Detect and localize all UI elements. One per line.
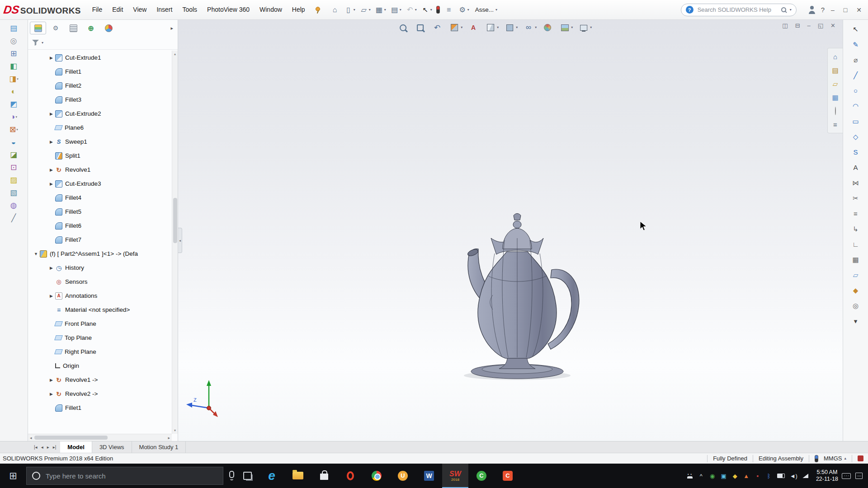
- heads-up-button[interactable]: ↶: [432, 23, 443, 33]
- taskbar-search-input[interactable]: [45, 472, 217, 480]
- tree-item[interactable]: Fillet6: [28, 219, 171, 233]
- chrome-icon[interactable]: [363, 464, 390, 488]
- update-icon[interactable]: ◆: [732, 473, 738, 479]
- expand-arrow-icon[interactable]: ▶: [48, 56, 55, 60]
- tree-item[interactable]: Fillet2: [28, 79, 171, 93]
- task-view-icon[interactable]: [239, 464, 257, 488]
- document-tab[interactable]: Motion Study 1: [132, 441, 186, 453]
- tree-item[interactable]: Fillet7: [28, 233, 171, 247]
- right-toolbar-button[interactable]: ▭: [850, 116, 862, 127]
- tree-item[interactable]: ▶ Cut-Extrude2: [28, 107, 171, 121]
- sync-icon[interactable]: ◉: [709, 473, 716, 479]
- pane-split-icon[interactable]: ⊟: [795, 23, 800, 28]
- toolbar-button[interactable]: ▱ ▾: [358, 5, 372, 15]
- solidworks-icon[interactable]: SW 2018: [442, 464, 468, 488]
- pin-icon[interactable]: [314, 6, 321, 14]
- vlc-icon[interactable]: ▲: [743, 473, 750, 479]
- right-toolbar-button[interactable]: ⌀: [850, 54, 862, 65]
- task-pane-tab[interactable]: ▤: [829, 64, 842, 76]
- microphone-icon[interactable]: [223, 464, 239, 488]
- menu-item[interactable]: File: [87, 0, 108, 19]
- network-icon[interactable]: [802, 474, 809, 478]
- start-button[interactable]: ⊞: [0, 464, 26, 488]
- toolbar-button[interactable]: ▦ ▾: [373, 5, 387, 15]
- heads-up-button[interactable]: [415, 23, 426, 33]
- right-toolbar-button[interactable]: ▱: [850, 269, 862, 280]
- left-toolbar-button[interactable]: ⊡: [10, 164, 17, 171]
- pane-left-icon[interactable]: ◫: [782, 23, 788, 28]
- doc-restore-icon[interactable]: ◱: [818, 23, 823, 28]
- task-pane-tab[interactable]: ⌂: [829, 51, 842, 63]
- tree-item[interactable]: Sensors: [28, 275, 171, 289]
- right-toolbar-button[interactable]: ▾: [850, 315, 862, 326]
- tree-item[interactable]: Split1: [28, 149, 171, 163]
- tree-item[interactable]: ▶ Sweep1: [28, 135, 171, 149]
- right-toolbar-button[interactable]: ✂: [850, 192, 862, 203]
- left-toolbar-button[interactable]: ◩: [10, 100, 18, 108]
- tree-filter[interactable]: ▾: [28, 36, 178, 50]
- heads-up-button[interactable]: A: [468, 23, 480, 33]
- taskbar-search[interactable]: [26, 467, 223, 485]
- tree-item[interactable]: Top Plane: [28, 331, 171, 345]
- expand-arrow-icon[interactable]: ▶: [48, 140, 55, 144]
- battery-icon[interactable]: [777, 474, 785, 478]
- menu-item[interactable]: PhotoView 360: [202, 0, 255, 19]
- tree-item[interactable]: Material <not specified>: [28, 303, 171, 317]
- right-toolbar-button[interactable]: S: [850, 146, 862, 157]
- defender-icon[interactable]: ▣: [721, 473, 727, 479]
- touch-keyboard-icon[interactable]: [842, 473, 851, 479]
- left-toolbar-button[interactable]: ╱: [11, 214, 16, 222]
- store-icon[interactable]: [311, 464, 337, 488]
- volume-icon[interactable]: ◄): [790, 473, 797, 479]
- right-toolbar-button[interactable]: ╱: [850, 70, 862, 80]
- hidden-icons-icon[interactable]: ^: [698, 473, 704, 479]
- scroll-left-icon[interactable]: ◂: [30, 436, 32, 440]
- tree-item[interactable]: Fillet1: [28, 65, 171, 79]
- toolbar-button[interactable]: ▯ ▾: [343, 5, 357, 15]
- expand-arrow-icon[interactable]: ▶: [48, 378, 55, 382]
- search-caret-icon[interactable]: ▾: [790, 8, 792, 12]
- tree-item[interactable]: ▶ Revolve1 ->: [28, 373, 171, 387]
- task-pane-tab[interactable]: ▱: [829, 78, 842, 90]
- panel-tab[interactable]: [47, 22, 64, 34]
- tree-item[interactable]: ▼ (f) [ Part2^Assem1 ]<1> -> (Defa: [28, 247, 171, 261]
- menu-item[interactable]: Tools: [177, 0, 202, 19]
- heads-up-button[interactable]: [542, 23, 554, 33]
- tree-vertical-scrollbar[interactable]: ▴ ▾: [172, 51, 178, 434]
- toolbar-button[interactable]: ⚙ ▾: [457, 5, 471, 15]
- right-toolbar-button[interactable]: ↖: [850, 23, 862, 34]
- left-toolbar-button[interactable]: ▧: [10, 189, 18, 197]
- menu-item[interactable]: Insert: [151, 0, 177, 19]
- scrollbar-thumb[interactable]: [173, 198, 177, 243]
- left-toolbar-button[interactable]: ◍: [10, 202, 18, 209]
- opera-icon[interactable]: [337, 464, 363, 488]
- left-toolbar-button[interactable]: ◨ ▾: [9, 75, 19, 83]
- user-account-icon[interactable]: [807, 5, 816, 14]
- doc-close-icon[interactable]: ✕: [830, 23, 835, 28]
- tree-item[interactable]: Fillet4: [28, 191, 171, 205]
- doc-minimize-icon[interactable]: –: [807, 23, 811, 28]
- menu-item[interactable]: Edit: [107, 0, 128, 19]
- help-search[interactable]: ? ▾: [681, 4, 797, 16]
- tree-item[interactable]: ▶ Revolve1: [28, 163, 171, 177]
- tree-item[interactable]: Origin: [28, 359, 171, 373]
- uc-browser-icon[interactable]: U: [390, 464, 416, 488]
- file-explorer-icon[interactable]: [285, 464, 311, 488]
- help-icon[interactable]: ?: [821, 6, 825, 14]
- scrollbar-thumb[interactable]: [34, 436, 108, 440]
- bluetooth-icon[interactable]: ᛒ: [766, 473, 772, 479]
- tree-item[interactable]: ▶ Revolve2 ->: [28, 387, 171, 401]
- teapot-model[interactable]: [449, 198, 585, 384]
- document-dropdown[interactable]: Asse... ▾: [475, 6, 497, 13]
- heads-up-button[interactable]: ▾: [505, 23, 518, 33]
- toolbar-button[interactable]: ↖ ▾: [420, 5, 434, 15]
- expand-arrow-icon[interactable]: ▶: [48, 392, 55, 396]
- minimize-icon[interactable]: –: [831, 7, 835, 13]
- scroll-down-icon[interactable]: ▾: [174, 427, 176, 434]
- toolbar-button[interactable]: ≡: [443, 5, 455, 15]
- toolbar-button[interactable]: [435, 5, 442, 14]
- expand-arrow-icon[interactable]: ▼: [33, 252, 39, 256]
- left-toolbar-button[interactable]: ◐: [11, 88, 16, 95]
- tree-item[interactable]: ▶ Annotations: [28, 289, 171, 303]
- right-toolbar-button[interactable]: A: [850, 162, 862, 173]
